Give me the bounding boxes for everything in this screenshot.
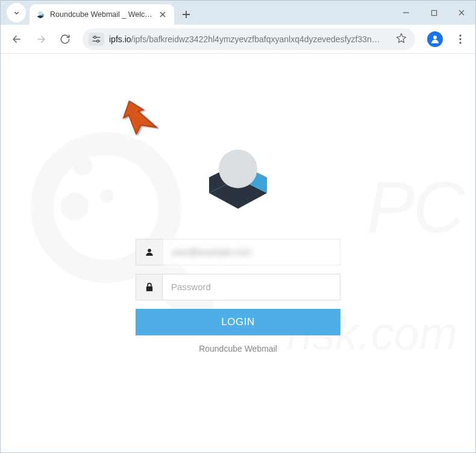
arrow-right-icon (36, 34, 46, 45)
svg-point-14 (148, 249, 151, 252)
close-icon (458, 9, 465, 16)
tune-icon (92, 35, 101, 43)
username-row (136, 239, 340, 265)
login-button[interactable]: LOGIN (136, 309, 340, 335)
tab-close-button[interactable] (157, 10, 168, 19)
browser-menu-button[interactable] (451, 34, 469, 44)
url-text: ipfs.io/ipfs/bafkreidwz3422hl4ymzyevzfba… (109, 34, 389, 44)
roundcube-logo (199, 141, 277, 220)
svg-point-13 (219, 150, 257, 188)
arrow-left-icon (11, 34, 22, 45)
vertical-dots-icon (459, 34, 462, 44)
tab-title: Roundcube Webmail _ Welcom (50, 10, 152, 19)
window-close-button[interactable] (448, 1, 475, 25)
password-row (136, 274, 340, 300)
back-button[interactable] (7, 29, 27, 49)
favicon-icon (36, 10, 45, 19)
reload-icon (60, 34, 70, 45)
window-controls (392, 1, 475, 25)
window-minimize-button[interactable] (392, 1, 420, 25)
svg-point-5 (97, 40, 99, 42)
site-settings-button[interactable] (89, 33, 104, 46)
address-bar[interactable]: ipfs.io/ipfs/bafkreidwz3422hl4ymzyevzfba… (83, 28, 415, 50)
svg-point-7 (459, 34, 461, 36)
window-maximize-button[interactable] (420, 1, 448, 25)
forward-button[interactable] (31, 29, 51, 49)
lock-icon (136, 274, 163, 300)
close-icon (160, 11, 166, 17)
svg-point-6 (433, 36, 437, 39)
svg-point-4 (94, 36, 96, 38)
plus-icon (182, 10, 190, 19)
svg-rect-15 (146, 286, 152, 291)
username-input[interactable] (163, 239, 340, 265)
star-icon (396, 33, 407, 43)
annotation-arrow-icon (111, 98, 159, 140)
svg-point-9 (459, 42, 461, 43)
toolbar: ipfs.io/ipfs/bafkreidwz3422hl4ymzyevzfba… (1, 25, 475, 54)
person-icon (430, 34, 440, 45)
user-icon (136, 239, 163, 265)
new-tab-button[interactable] (178, 6, 195, 23)
minimize-icon (402, 9, 410, 16)
reload-button[interactable] (55, 29, 75, 49)
form-caption: Roundcube Webmail (199, 344, 277, 353)
recent-tabs-button[interactable] (7, 3, 26, 22)
browser-tab[interactable]: Roundcube Webmail _ Welcom (30, 4, 174, 25)
password-input[interactable] (163, 274, 340, 300)
maximize-icon (431, 10, 437, 16)
svg-point-8 (459, 38, 461, 40)
login-form: LOGIN Roundcube Webmail (136, 141, 340, 353)
profile-button[interactable] (427, 31, 443, 47)
chevron-down-icon (13, 9, 20, 17)
svg-point-2 (38, 11, 42, 16)
svg-rect-3 (431, 10, 436, 15)
roundcube-logo-icon (199, 141, 277, 220)
tab-bar: Roundcube Webmail _ Welcom (1, 1, 475, 25)
page-content: PC risk.com (1, 54, 475, 452)
bookmark-button[interactable] (393, 33, 409, 46)
